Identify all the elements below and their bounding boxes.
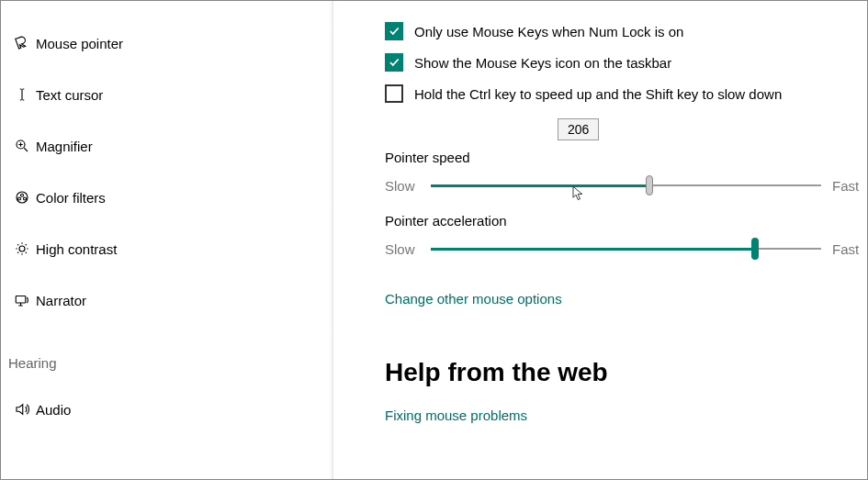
sidebar: Mouse pointer Text cursor Magnifier Colo… xyxy=(1,1,333,479)
slider-max-label: Fast xyxy=(821,241,867,257)
narrator-icon xyxy=(8,292,36,308)
slider-pointer-speed: Pointer speed Slow Fast xyxy=(385,150,867,195)
sidebar-item-label: Narrator xyxy=(36,293,86,308)
slider-min-label: Slow xyxy=(385,241,431,257)
svg-point-2 xyxy=(21,194,24,196)
sidebar-item-magnifier[interactable]: Magnifier xyxy=(1,120,333,172)
checkbox-taskbar[interactable]: Show the Mouse Keys icon on the taskbar xyxy=(385,47,867,78)
slider-track[interactable] xyxy=(431,240,821,258)
checkbox-numlock[interactable]: Only use Mouse Keys when Num Lock is on xyxy=(385,16,867,47)
svg-point-4 xyxy=(24,197,27,200)
text-cursor-icon xyxy=(8,86,36,103)
slider-track[interactable] xyxy=(431,176,821,195)
checkbox-label: Show the Mouse Keys icon on the taskbar xyxy=(414,55,671,71)
audio-icon xyxy=(8,401,36,418)
sidebar-item-narrator[interactable]: Narrator xyxy=(1,274,333,326)
checkbox-ctrl-shift[interactable]: Hold the Ctrl key to speed up and the Sh… xyxy=(385,78,867,109)
svg-point-5 xyxy=(19,246,25,251)
sidebar-item-label: Mouse pointer xyxy=(36,36,123,51)
sidebar-item-label: Audio xyxy=(36,402,71,418)
svg-point-3 xyxy=(18,197,21,200)
sidebar-item-mouse-pointer[interactable]: Mouse pointer xyxy=(1,17,333,69)
checkbox-label: Hold the Ctrl key to speed up and the Sh… xyxy=(414,86,782,102)
slider-min-label: Slow xyxy=(385,178,431,194)
checkbox-icon xyxy=(385,84,403,103)
sidebar-item-text-cursor[interactable]: Text cursor xyxy=(1,69,333,120)
slider-title: Pointer acceleration xyxy=(385,213,867,229)
sidebar-item-label: Magnifier xyxy=(36,139,93,154)
sidebar-section-hearing: Hearing xyxy=(1,355,333,371)
checkbox-label: Only use Mouse Keys when Num Lock is on xyxy=(414,24,683,39)
sidebar-item-color-filters[interactable]: Color filters xyxy=(1,172,333,223)
sidebar-item-label: Text cursor xyxy=(36,87,103,103)
high-contrast-icon xyxy=(8,240,36,257)
mouse-pointer-icon xyxy=(8,35,36,51)
sidebar-item-audio[interactable]: Audio xyxy=(1,384,333,435)
checkbox-icon xyxy=(385,53,403,72)
color-filters-icon xyxy=(8,189,36,206)
sidebar-item-label: High contrast xyxy=(36,241,117,257)
checkbox-icon xyxy=(385,22,403,40)
slider-title: Pointer speed xyxy=(385,150,867,165)
sidebar-item-high-contrast[interactable]: High contrast xyxy=(1,223,333,274)
link-change-mouse-options[interactable]: Change other mouse options xyxy=(385,291,562,307)
slider-tooltip: 206 xyxy=(558,118,599,140)
main-content: Only use Mouse Keys when Num Lock is on … xyxy=(333,1,867,479)
slider-max-label: Fast xyxy=(821,178,867,194)
magnifier-icon xyxy=(8,138,36,154)
sidebar-item-label: Color filters xyxy=(36,190,106,206)
link-fixing-mouse-problems[interactable]: Fixing mouse problems xyxy=(385,407,527,423)
help-heading: Help from the web xyxy=(385,358,867,387)
svg-rect-6 xyxy=(16,296,26,304)
slider-pointer-acceleration: Pointer acceleration Slow Fast xyxy=(385,213,867,258)
